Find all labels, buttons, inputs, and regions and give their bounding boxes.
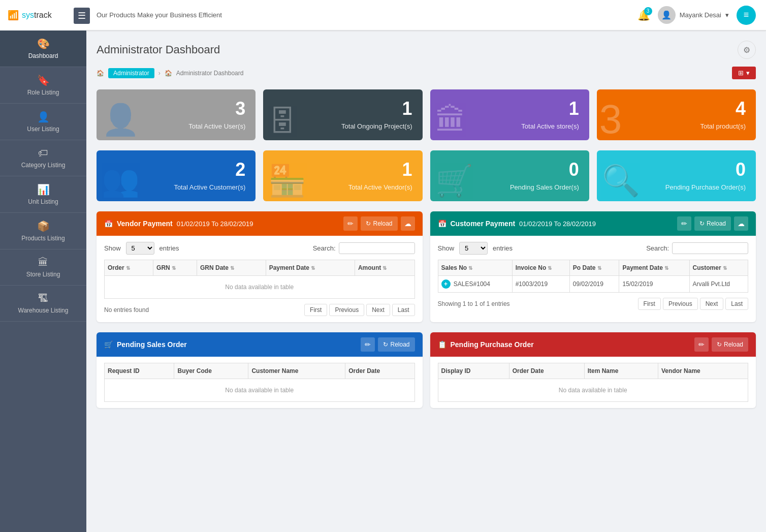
breadcrumb-home-icon: 🏠	[97, 70, 104, 77]
vendor-payment-search-input[interactable]	[339, 242, 415, 254]
pending-sales-thead: Request ID Buyer Code Customer Name Orde…	[105, 363, 415, 379]
vendor-payment-upload-button[interactable]: ☁	[401, 216, 415, 231]
stat-total-products[interactable]: 3 4 Total product(s)	[597, 89, 756, 140]
breadcrumb-separator: ›	[158, 70, 161, 77]
search-label2: Search:	[646, 244, 669, 252]
vendor-payment-date-range: 01/02/2019 To 28/02/2019	[177, 220, 253, 228]
grid-view-button[interactable]: ⊞ ▾	[732, 67, 756, 79]
pending-purchase-reload-button[interactable]: ↻ Reload	[712, 337, 748, 352]
stat-bg-icon: 🛒	[435, 163, 473, 199]
entries-label2: entries	[493, 244, 513, 252]
sidebar-item-store-listing[interactable]: 🏛 Store Listing	[0, 249, 86, 286]
grid-icon: ⊞	[738, 69, 744, 77]
th-po-date: Po Date⇅	[569, 260, 619, 276]
sidebar-item-products-listing[interactable]: 📦 Products Listing	[0, 213, 86, 249]
next-button[interactable]: Next	[366, 304, 390, 316]
stat-label: Total Active Customer(s)	[174, 183, 245, 191]
sidebar-item-dashboard[interactable]: 🎨 Dashboard	[0, 30, 86, 67]
page-content: Administrator Dashboard ⚙ 🏠 Administrato…	[86, 30, 766, 532]
pending-sales-reload-button[interactable]: ↻ Reload	[378, 337, 414, 352]
pending-sales-tbody: No data available in table	[105, 379, 415, 402]
sidebar-item-user-listing[interactable]: 👤 User Listing	[0, 104, 86, 140]
stat-bg-icon: 👤	[102, 102, 140, 138]
customer-cell: Arvalli Pvt.Ltd	[689, 276, 748, 293]
logo-text: systrack	[22, 11, 52, 20]
th-order-date2: Order Date	[509, 363, 584, 379]
stat-active-vendors[interactable]: 🏪 1 Total Active Vendor(s)	[263, 150, 422, 201]
showing-label: Showing 1 to 1 of 1 entries	[438, 300, 510, 307]
breadcrumb-right: ⊞ ▾	[732, 67, 756, 79]
sidebar-item-category-listing[interactable]: 🏷 Category Listing	[0, 140, 86, 176]
stat-bg-icon: 👥	[102, 163, 140, 199]
stat-active-stores[interactable]: 🏛 1 Total Active store(s)	[430, 89, 589, 140]
th-grn-date: GRN Date⇅	[197, 260, 266, 276]
customer-payment-edit-button[interactable]: ✏	[677, 216, 691, 231]
pending-sales-panel: 🛒 Pending Sales Order ✏ ↻ Reload	[97, 332, 423, 408]
customer-payment-search-input[interactable]	[672, 242, 748, 254]
customer-payment-upload-button[interactable]: ☁	[734, 216, 748, 231]
previous-button2[interactable]: Previous	[663, 298, 698, 310]
breadcrumb: 🏠 Administrator › 🏠 Administrator Dashbo…	[97, 67, 756, 79]
notifications-button[interactable]: 🔔 3	[637, 9, 650, 21]
stat-ongoing-projects[interactable]: 🗄 1 Total Ongoing Project(s)	[263, 89, 422, 140]
calendar-icon2: 📅	[438, 220, 446, 228]
customer-payment-header: 📅 Customer Payment 01/02/2019 To 28/02/2…	[430, 211, 756, 236]
customer-payment-pagination: Showing 1 to 1 of 1 entries First Previo…	[438, 298, 749, 310]
plus-icon[interactable]: +	[441, 279, 451, 289]
sort-icon: ⇅	[548, 265, 552, 271]
sidebar-toggle-button[interactable]: ☰	[74, 8, 86, 24]
vendor-payment-reload-button[interactable]: ↻ Reload	[361, 216, 397, 231]
notifications-badge: 3	[644, 7, 652, 15]
sidebar-item-warehouse-listing[interactable]: 🏗 Warehouse Listing	[0, 286, 86, 322]
th-order: Order⇅	[105, 260, 153, 276]
last-button[interactable]: Last	[392, 304, 415, 316]
page-title: Administrator Dashboard	[97, 43, 220, 56]
user-name: Mayank Desai	[680, 11, 721, 19]
breadcrumb-current[interactable]: Administrator	[108, 68, 154, 78]
table-row: No data available in table	[438, 379, 748, 402]
th-amount: Amount⇅	[355, 260, 414, 276]
sort-icon: ⇅	[172, 265, 176, 271]
sort-icon: ⇅	[664, 265, 668, 271]
vendor-payment-show-select[interactable]: 5102550100	[126, 242, 154, 255]
stat-active-users[interactable]: 👤 3 Total Active User(s)	[97, 89, 256, 140]
stat-label: Pending Sales Order(s)	[510, 183, 579, 191]
pending-purchase-edit-button[interactable]: ✏	[694, 337, 709, 352]
sidebar-item-role-listing[interactable]: 🔖 Role Listing	[0, 67, 86, 104]
grid-chevron: ▾	[746, 69, 750, 77]
stat-active-customers[interactable]: 👥 2 Total Active Customer(s)	[97, 150, 256, 201]
first-button[interactable]: First	[304, 304, 327, 316]
th-customer-name: Customer Name	[248, 363, 345, 379]
previous-button[interactable]: Previous	[329, 304, 364, 316]
user-menu-button[interactable]: 👤 Mayank Desai ▾	[658, 6, 729, 24]
customer-payment-reload-button[interactable]: ↻ Reload	[694, 216, 731, 231]
table-row[interactable]: + SALES#1004 #1003/2019 09/02/2019 15/02…	[438, 276, 748, 293]
stat-pending-purchase[interactable]: 🔍 0 Pending Purchase Order(s)	[597, 150, 756, 201]
last-button2[interactable]: Last	[725, 298, 748, 310]
th-grn: GRN⇅	[153, 260, 197, 276]
table-row: No data available in table	[105, 379, 415, 402]
hamburger-button[interactable]: ≡	[737, 6, 756, 25]
pagination-buttons2: First Previous Next Last	[638, 298, 748, 310]
stat-number: 2	[235, 161, 245, 179]
pending-sales-table: Request ID Buyer Code Customer Name Orde…	[104, 363, 415, 402]
vendor-payment-body: Show 5102550100 entries Search:	[97, 236, 423, 322]
pending-sales-edit-button[interactable]: ✏	[361, 337, 375, 352]
avatar-icon: 👤	[661, 10, 672, 20]
customer-payment-thead: Sales No⇅ Invoice No⇅ Po Date⇅ Payment D…	[438, 260, 748, 276]
stats-row-2: 👥 2 Total Active Customer(s) 🏪 1 Total A…	[97, 150, 756, 201]
pending-purchase-table: Display ID Order Date Item Name Vendor N…	[438, 363, 749, 402]
customer-payment-show-select[interactable]: 5102550100	[459, 242, 488, 255]
stat-pending-sales[interactable]: 🛒 0 Pending Sales Order(s)	[430, 150, 589, 201]
first-button2[interactable]: First	[638, 298, 661, 310]
pending-sales-title: Pending Sales Order	[117, 340, 187, 349]
reload-icon4: ↻	[717, 341, 722, 348]
stat-number: 1	[569, 100, 579, 118]
sidebar-item-label: Role Listing	[27, 89, 59, 96]
settings-button[interactable]: ⚙	[738, 41, 756, 59]
sidebar-item-unit-listing[interactable]: 📊 Unit Listing	[0, 176, 86, 213]
vendor-payment-edit-button[interactable]: ✏	[343, 216, 358, 231]
customer-payment-header-right: ✏ ↻ Reload ☁	[677, 216, 748, 231]
stat-label: Total Active Vendor(s)	[348, 183, 412, 191]
next-button2[interactable]: Next	[700, 298, 724, 310]
